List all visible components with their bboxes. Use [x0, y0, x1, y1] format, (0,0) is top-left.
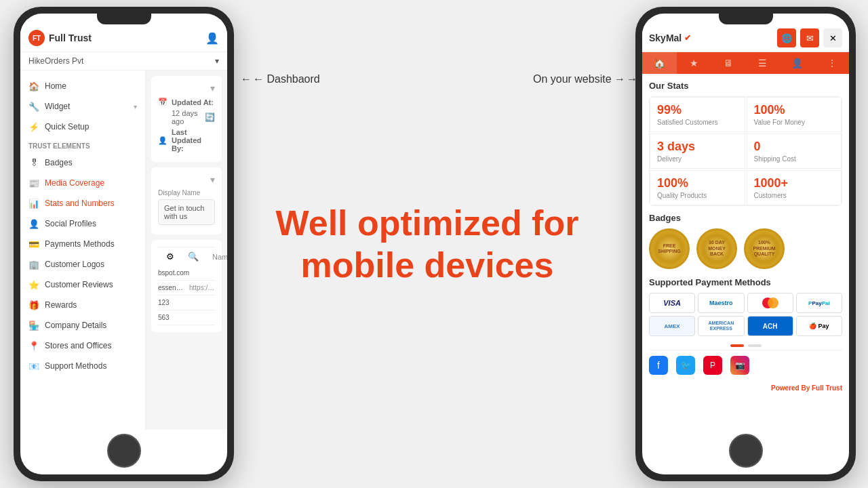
powered-by-brand: Full Trust — [812, 384, 842, 392]
nav-menu[interactable]: ⋮ — [814, 52, 849, 74]
dashboard-label: ← Dashbaord — [253, 73, 320, 85]
app-title: Full Trust — [49, 33, 92, 43]
globe-button[interactable]: 🌐 — [777, 28, 796, 47]
sidebar-item-badges[interactable]: 🎖 Badges — [20, 152, 145, 173]
social-profiles-icon: 👤 — [28, 218, 39, 229]
right-panel: ▾ 📅 Updated At: 12 days ago 🔄 👤 Las — [146, 70, 227, 430]
stat-value: 99% — [657, 103, 738, 117]
stat-value: 3 days — [657, 140, 738, 154]
pagination-dots — [649, 342, 842, 350]
ach-label: ACH — [763, 323, 778, 330]
close-button[interactable]: ✕ — [823, 28, 842, 47]
amex-label: AMERICANEXPRESS — [709, 321, 734, 331]
badges-title: Badges — [649, 213, 842, 223]
tab-name[interactable]: Name — [212, 253, 227, 261]
display-name-label: Display Name — [158, 189, 215, 197]
search-icon[interactable]: 🔍 — [188, 251, 199, 262]
twitter-icon[interactable]: 🐦 — [676, 356, 695, 375]
topbar-icons: 🌐 ✉ ✕ — [777, 28, 842, 47]
center-line2: mobile devices — [301, 245, 554, 285]
chevron-right-icon: ▾ — [134, 103, 137, 110]
customer-logos-icon: 🏢 — [28, 259, 39, 270]
payments-title: Supported Payment Methods — [649, 277, 842, 287]
right-phone-notch — [719, 14, 773, 24]
sidebar-item-customer-logos[interactable]: 🏢 Customer Logos — [20, 254, 145, 274]
support-icon: 📧 — [28, 361, 39, 371]
badges-row: FREESHIPPING 30 DAYMONEYBACK 100%PREMIUM… — [649, 228, 842, 269]
stat-value: 1000+ — [754, 176, 835, 190]
sidebar-item-company-details[interactable]: 🏪 Company Details — [20, 315, 145, 336]
sidebar-item-rewards[interactable]: 🎁 Rewards — [20, 295, 145, 315]
company-icon: 🏪 — [28, 320, 39, 331]
sidebar-item-stats-numbers[interactable]: 📊 Stats and Numbers — [20, 193, 145, 214]
trust-elements-label: Trust Elements — [20, 137, 145, 152]
rp-topbar: SkyMal ✔ 🌐 ✉ ✕ — [642, 24, 849, 52]
sidebar-item-label: Home — [45, 81, 66, 91]
center-line1: Well optimized for — [276, 203, 579, 243]
refresh-icon[interactable]: 🔄 — [205, 113, 215, 122]
stat-label: Customers — [754, 192, 835, 199]
home-button-right[interactable] — [729, 434, 763, 468]
maestro-label: Maestro — [709, 300, 733, 306]
nav-list[interactable]: ☰ — [745, 52, 780, 74]
user-icon[interactable]: 👤 — [205, 32, 219, 45]
rp-content: Our Stats 99% Satisfied Customers 100% V… — [642, 74, 849, 430]
org-name: HikeOrders Pvt — [28, 56, 83, 66]
sidebar-item-label: Rewards — [45, 300, 77, 310]
mail-button[interactable]: ✉ — [800, 28, 819, 47]
stats-icon: 📊 — [28, 198, 39, 209]
sidebar-item-stores[interactable]: 📍 Stores and Offices — [20, 336, 145, 356]
sidebar-item-social-profiles[interactable]: 👤 Social Profiles — [20, 214, 145, 234]
sidebar: 🏠 Home 🔧 Widget ▾ ⚡ Quick Setup Trust El… — [20, 70, 146, 430]
nav-favorites[interactable]: ★ — [677, 52, 711, 74]
powered-by: Powered By Full Trust — [649, 380, 842, 392]
table-row: essenger https://facebook — [158, 281, 215, 296]
stat-label: Shipping Cost — [754, 155, 835, 163]
sidebar-item-label: Quick Setup — [45, 122, 89, 131]
stat-cell: 3 days Delivery — [650, 134, 745, 169]
badge-premium-quality: 100%PREMIUMQUALITY — [744, 228, 785, 269]
sidebar-item-label: Support Methods — [45, 361, 106, 371]
stat-value: 100% — [657, 176, 738, 190]
center-message: Well optimized for mobile devices — [251, 202, 604, 287]
quick-setup-icon: ⚡ — [28, 121, 39, 132]
pinterest-icon[interactable]: P — [703, 356, 722, 375]
sidebar-item-media-coverage[interactable]: 📰 Media Coverage — [20, 173, 145, 193]
sidebar-item-quick-setup[interactable]: ⚡ Quick Setup — [20, 117, 145, 137]
stat-cell: 100% Value For Money — [747, 97, 842, 132]
stats-title: Our Stats — [649, 81, 842, 91]
sidebar-item-widget[interactable]: 🔧 Widget ▾ — [20, 96, 145, 117]
chevron-down-icon: ▾ — [215, 56, 219, 66]
stat-label: Delivery — [657, 155, 738, 163]
dot-inactive — [748, 344, 762, 347]
nav-profile[interactable]: 👤 — [780, 52, 814, 74]
sidebar-item-home[interactable]: 🏠 Home — [20, 76, 145, 96]
nav-home[interactable]: 🏠 — [642, 52, 677, 74]
org-row[interactable]: HikeOrders Pvt ▾ — [20, 52, 227, 70]
payment-paypal: PPayPal — [796, 293, 842, 313]
stat-cell: 0 Shipping Cost — [747, 134, 842, 169]
home-button-left[interactable] — [107, 434, 141, 468]
sidebar-item-payments[interactable]: 💳 Payments Methods — [20, 234, 145, 254]
rewards-icon: 🎁 — [28, 300, 39, 310]
display-name-value: Get in touch with us — [158, 199, 215, 225]
table-row: bspot.com — [158, 266, 215, 281]
gear-icon: ⚙ — [166, 251, 174, 262]
stat-cell: 99% Satisfied Customers — [650, 97, 745, 132]
right-phone: SkyMal ✔ 🌐 ✉ ✕ 🏠 ★ 🖥 ☰ 👤 ⋮ — [635, 7, 856, 481]
instagram-icon[interactable]: 📷 — [730, 356, 749, 375]
sidebar-item-support-methods[interactable]: 📧 Support Methods — [20, 356, 145, 376]
home-icon: 🏠 — [28, 81, 39, 92]
social-row: f 🐦 P 📷 — [649, 350, 842, 380]
sidebar-item-label: Customer Reviews — [45, 280, 113, 289]
payment-maestro: Maestro — [698, 293, 744, 313]
payment-ach: ACH — [747, 316, 793, 336]
facebook-icon[interactable]: f — [649, 356, 668, 375]
nav-monitor[interactable]: 🖥 — [711, 52, 746, 74]
stat-label: Quality Products — [657, 192, 738, 199]
last-updated-label: Last Updated By: — [172, 128, 215, 152]
sidebar-item-reviews[interactable]: ⭐ Customer Reviews — [20, 274, 145, 295]
svg-point-1 — [768, 298, 778, 308]
payment-apple-pay: 🍎 Pay — [796, 316, 842, 336]
badge-text: 30 DAYMONEYBACK — [705, 237, 728, 260]
